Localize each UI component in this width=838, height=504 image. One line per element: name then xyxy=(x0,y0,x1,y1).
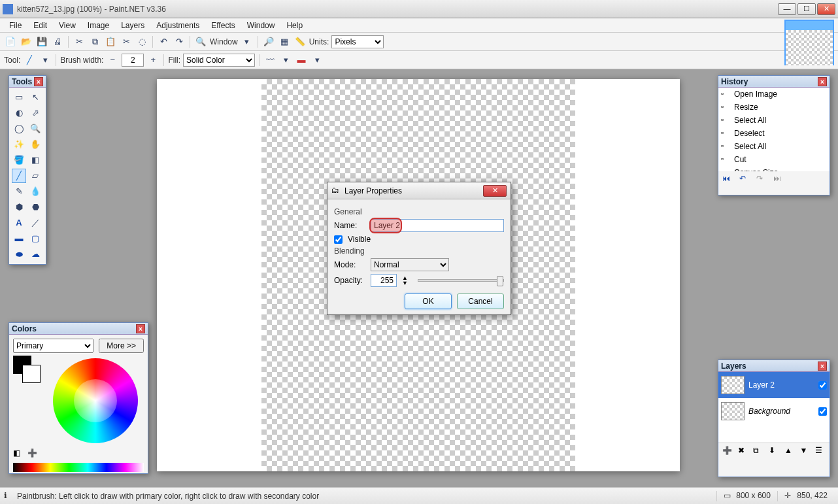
print-button[interactable]: 🖨 xyxy=(51,35,64,48)
add-color-icon[interactable]: ➕ xyxy=(27,448,38,459)
copy-button[interactable]: ⧉ xyxy=(88,35,101,48)
layers-list[interactable]: Layer 2Background xyxy=(718,372,830,443)
line-tool[interactable]: ／ xyxy=(28,216,42,230)
freeform-tool[interactable]: ☁ xyxy=(28,247,42,261)
layer-visible-checkbox[interactable] xyxy=(818,381,827,390)
history-undo-icon[interactable]: ↶ xyxy=(739,174,750,184)
colors-more-button[interactable]: More >> xyxy=(99,339,144,353)
blend-mode-select[interactable]: Normal xyxy=(371,258,449,271)
opacity-input[interactable] xyxy=(371,274,397,287)
history-item[interactable]: ▫Canvas Size xyxy=(718,166,830,171)
history-item[interactable]: ▫Deselect xyxy=(718,127,830,140)
open-file-button[interactable]: 📂 xyxy=(20,35,33,48)
ruler-button[interactable]: 📏 xyxy=(293,35,307,48)
fill-select[interactable]: Solid Color xyxy=(183,54,255,67)
history-rewind-icon[interactable]: ⏮ xyxy=(722,174,733,184)
menu-adjustments[interactable]: Adjustments xyxy=(151,20,205,31)
ellipse-tool[interactable]: ⬬ xyxy=(12,247,26,261)
duplicate-layer-icon[interactable]: ⧉ xyxy=(753,446,763,456)
blend-button[interactable]: ▾ xyxy=(279,54,292,67)
menu-effects[interactable]: Effects xyxy=(206,20,240,31)
layer-name-input[interactable] xyxy=(371,219,504,232)
magic-wand-tool[interactable]: ✨ xyxy=(12,137,26,152)
gradient-tool[interactable]: ◧ xyxy=(28,153,42,167)
paint-bucket-tool[interactable]: 🪣 xyxy=(12,153,26,167)
cancel-button[interactable]: Cancel xyxy=(457,294,504,309)
history-list[interactable]: ▫Open Image▫Resize▫Select All▫Deselect▫S… xyxy=(718,88,830,171)
layers-panel-close[interactable]: × xyxy=(818,361,827,371)
rectangle-tool[interactable]: ▬ xyxy=(12,231,26,246)
history-panel-close[interactable]: × xyxy=(818,77,827,86)
history-item[interactable]: ▫Cut xyxy=(718,153,830,166)
units-select[interactable]: Pixels xyxy=(331,35,384,48)
brush-width-decrease[interactable]: − xyxy=(106,54,119,67)
clone-stamp-tool[interactable]: ⬢ xyxy=(12,200,26,214)
menu-window[interactable]: Window xyxy=(242,20,280,31)
rounded-rect-tool[interactable]: ▢ xyxy=(28,231,42,246)
colors-panel-close[interactable]: × xyxy=(136,324,145,333)
move-layer-down-icon[interactable]: ▼ xyxy=(800,446,811,456)
minimize-button[interactable]: — xyxy=(778,3,796,15)
menu-file[interactable]: File xyxy=(4,20,27,31)
close-button[interactable]: ✕ xyxy=(817,3,835,15)
color-swatches[interactable] xyxy=(13,356,42,384)
dialog-close-button[interactable]: ✕ xyxy=(483,185,507,197)
grid-button[interactable]: ▦ xyxy=(278,35,291,48)
current-tool-icon[interactable]: ╱ xyxy=(23,54,36,67)
color-mode-dropdown[interactable]: ▾ xyxy=(310,54,324,67)
layer-visible-checkbox[interactable] xyxy=(818,407,827,416)
history-redo-icon[interactable]: ↷ xyxy=(756,174,767,184)
history-forward-icon[interactable]: ⏭ xyxy=(773,174,784,184)
color-palette-strip[interactable] xyxy=(13,463,144,472)
color-wheel[interactable] xyxy=(53,358,138,443)
history-item[interactable]: ▫Resize xyxy=(718,101,830,114)
opacity-slider-thumb[interactable] xyxy=(497,276,503,286)
layer-properties-icon[interactable]: ☰ xyxy=(815,446,826,456)
palette-toggle-icon[interactable]: ◧ xyxy=(13,448,24,459)
text-tool[interactable]: A xyxy=(12,216,26,230)
deselect-button[interactable]: ◌ xyxy=(135,35,148,48)
menu-help[interactable]: Help xyxy=(281,20,308,31)
menu-layers[interactable]: Layers xyxy=(116,20,150,31)
brush-width-increase[interactable]: + xyxy=(146,54,159,67)
brush-width-input[interactable] xyxy=(122,54,144,67)
zoom-dropdown[interactable]: ▾ xyxy=(241,35,254,48)
move-selection-tool[interactable]: ⬀ xyxy=(28,106,42,120)
crop-button[interactable]: ✂ xyxy=(120,35,133,48)
color-mode-button[interactable]: ▬ xyxy=(295,54,308,67)
history-item[interactable]: ▫Open Image xyxy=(718,88,830,101)
overview-thumbnail[interactable] xyxy=(784,20,834,65)
opacity-slider[interactable] xyxy=(418,279,504,282)
cut-button[interactable]: ✂ xyxy=(73,35,86,48)
maximize-button[interactable]: ☐ xyxy=(797,3,816,15)
history-item[interactable]: ▫Select All xyxy=(718,114,830,127)
lasso-tool[interactable]: ◐ xyxy=(12,106,26,120)
pan-tool[interactable]: ✋ xyxy=(28,137,42,152)
add-layer-icon[interactable]: ➕ xyxy=(722,446,733,456)
ok-button[interactable]: OK xyxy=(405,294,452,309)
menu-image[interactable]: Image xyxy=(82,20,114,31)
layer-row[interactable]: Layer 2 xyxy=(718,372,830,398)
rect-select-tool[interactable]: ▭ xyxy=(12,90,26,105)
eraser-tool[interactable]: ▱ xyxy=(28,169,42,183)
menu-view[interactable]: View xyxy=(54,20,81,31)
secondary-color-swatch[interactable] xyxy=(22,365,41,383)
delete-layer-icon[interactable]: ✖ xyxy=(738,446,748,456)
zoom-fit-button[interactable]: 🔎 xyxy=(262,35,275,48)
move-layer-up-icon[interactable]: ▲ xyxy=(784,446,795,456)
paste-button[interactable]: 📋 xyxy=(104,35,117,48)
save-button[interactable]: 💾 xyxy=(35,35,48,48)
antialias-button[interactable]: 〰 xyxy=(263,54,277,67)
merge-layer-icon[interactable]: ⬇ xyxy=(769,446,779,456)
recolor-tool[interactable]: ⬣ xyxy=(28,200,42,214)
redo-button[interactable]: ↷ xyxy=(173,35,186,48)
visible-checkbox[interactable] xyxy=(334,235,343,244)
layer-row[interactable]: Background xyxy=(718,398,830,424)
color-selector-dropdown[interactable]: Primary xyxy=(13,339,93,353)
ellipse-select-tool[interactable]: ◯ xyxy=(12,122,26,136)
zoom-icon[interactable]: 🔍 xyxy=(194,35,207,48)
tool-dropdown[interactable]: ▾ xyxy=(39,54,52,67)
history-item[interactable]: ▫Select All xyxy=(718,140,830,153)
menu-edit[interactable]: Edit xyxy=(28,20,52,31)
tools-panel-close[interactable]: × xyxy=(34,77,43,86)
